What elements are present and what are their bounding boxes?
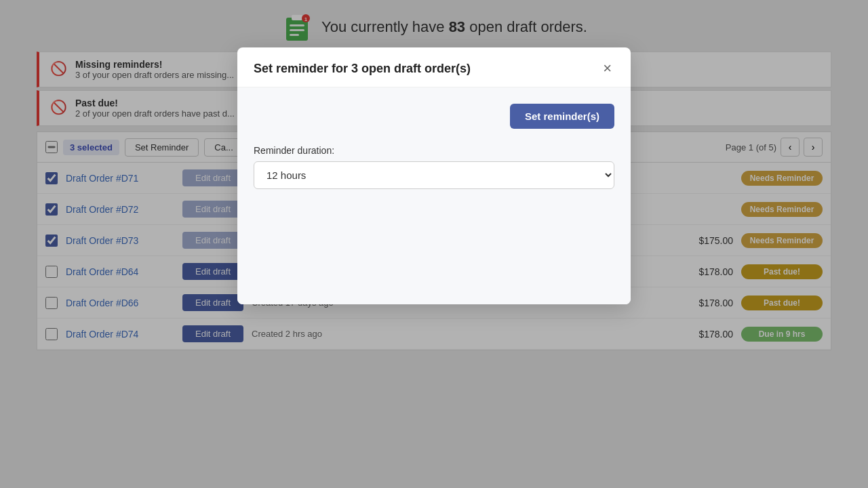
modal-overlay[interactable]: Set reminder for 3 open draft order(s) ×…	[0, 0, 868, 488]
modal-title: Set reminder for 3 open draft order(s)	[254, 62, 471, 76]
duration-select[interactable]: 12 hours 24 hours 48 hours 1 week	[254, 161, 614, 189]
modal-body: Set reminder(s) Reminder duration: 12 ho…	[237, 87, 631, 304]
modal-close-button[interactable]: ×	[600, 61, 614, 76]
set-reminders-button[interactable]: Set reminder(s)	[510, 104, 614, 129]
modal-actions: Set reminder(s)	[254, 104, 614, 129]
modal-header: Set reminder for 3 open draft order(s) ×	[237, 47, 631, 87]
set-reminder-modal: Set reminder for 3 open draft order(s) ×…	[237, 47, 631, 304]
duration-label: Reminder duration:	[254, 145, 614, 156]
